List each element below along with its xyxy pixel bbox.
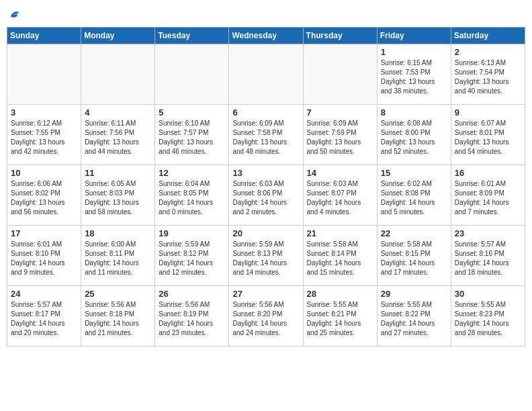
calendar-week-row: 10Sunrise: 6:06 AM Sunset: 8:02 PM Dayli…: [7, 165, 525, 226]
calendar-day-cell: 6Sunrise: 6:09 AM Sunset: 7:58 PM Daylig…: [229, 105, 303, 165]
calendar-day-cell: 29Sunrise: 5:55 AM Sunset: 8:22 PM Dayli…: [377, 286, 451, 347]
day-number: 3: [11, 107, 77, 118]
day-info: Sunrise: 6:12 AM Sunset: 7:55 PM Dayligh…: [11, 119, 77, 156]
day-number: 15: [381, 168, 447, 178]
calendar-day-cell: 14Sunrise: 6:03 AM Sunset: 8:07 PM Dayli…: [303, 165, 377, 226]
calendar-day-cell: 8Sunrise: 6:08 AM Sunset: 8:00 PM Daylig…: [377, 105, 451, 165]
day-number: 24: [11, 289, 77, 299]
day-info: Sunrise: 6:01 AM Sunset: 8:10 PM Dayligh…: [11, 240, 77, 277]
day-info: Sunrise: 5:57 AM Sunset: 8:16 PM Dayligh…: [455, 240, 521, 277]
day-info: Sunrise: 5:55 AM Sunset: 8:23 PM Dayligh…: [455, 300, 521, 338]
weekday-header-tuesday: Tuesday: [155, 28, 229, 44]
day-info: Sunrise: 6:03 AM Sunset: 8:07 PM Dayligh…: [307, 179, 373, 217]
day-number: 21: [307, 228, 373, 238]
calendar-day-cell: 30Sunrise: 5:55 AM Sunset: 8:23 PM Dayli…: [451, 286, 525, 347]
day-number: 25: [85, 289, 151, 299]
calendar-day-cell: 11Sunrise: 6:05 AM Sunset: 8:03 PM Dayli…: [81, 165, 155, 226]
day-info: Sunrise: 5:56 AM Sunset: 8:18 PM Dayligh…: [85, 300, 151, 338]
day-info: Sunrise: 6:03 AM Sunset: 8:06 PM Dayligh…: [232, 179, 299, 217]
calendar-day-cell: 18Sunrise: 6:00 AM Sunset: 8:11 PM Dayli…: [81, 226, 155, 286]
day-number: 8: [381, 107, 447, 118]
calendar-week-row: 24Sunrise: 5:57 AM Sunset: 8:17 PM Dayli…: [7, 286, 525, 347]
calendar-day-cell: 7Sunrise: 6:09 AM Sunset: 7:59 PM Daylig…: [303, 105, 377, 165]
calendar-table: SundayMondayTuesdayWednesdayThursdayFrid…: [7, 27, 525, 347]
page-header: [7, 7, 525, 21]
day-info: Sunrise: 6:11 AM Sunset: 7:56 PM Dayligh…: [85, 119, 151, 156]
calendar-day-cell: [303, 44, 377, 105]
calendar-day-cell: 24Sunrise: 5:57 AM Sunset: 8:17 PM Dayli…: [7, 286, 81, 347]
day-info: Sunrise: 5:59 AM Sunset: 8:12 PM Dayligh…: [159, 240, 225, 277]
day-number: 27: [232, 289, 299, 299]
day-number: 23: [455, 228, 521, 238]
calendar-day-cell: 5Sunrise: 6:10 AM Sunset: 7:57 PM Daylig…: [155, 105, 229, 165]
calendar-day-cell: [7, 44, 81, 105]
day-number: 17: [11, 228, 77, 238]
weekday-header-thursday: Thursday: [303, 28, 377, 44]
calendar-day-cell: 17Sunrise: 6:01 AM Sunset: 8:10 PM Dayli…: [7, 226, 81, 286]
calendar-day-cell: 27Sunrise: 5:56 AM Sunset: 8:20 PM Dayli…: [229, 286, 303, 347]
calendar-day-cell: [155, 44, 229, 105]
day-number: 20: [232, 228, 299, 238]
calendar-day-cell: 10Sunrise: 6:06 AM Sunset: 8:02 PM Dayli…: [7, 165, 81, 226]
calendar-day-cell: 16Sunrise: 6:01 AM Sunset: 8:09 PM Dayli…: [451, 165, 525, 226]
day-number: 26: [159, 289, 225, 299]
calendar-header-row: SundayMondayTuesdayWednesdayThursdayFrid…: [7, 28, 525, 44]
day-info: Sunrise: 5:56 AM Sunset: 8:19 PM Dayligh…: [159, 300, 225, 338]
day-info: Sunrise: 5:56 AM Sunset: 8:20 PM Dayligh…: [232, 300, 299, 338]
calendar-day-cell: 2Sunrise: 6:13 AM Sunset: 7:54 PM Daylig…: [451, 44, 525, 105]
day-number: 7: [307, 107, 373, 118]
calendar-day-cell: 19Sunrise: 5:59 AM Sunset: 8:12 PM Dayli…: [155, 226, 229, 286]
day-info: Sunrise: 6:06 AM Sunset: 8:02 PM Dayligh…: [11, 179, 77, 217]
day-number: 11: [85, 168, 151, 178]
day-number: 28: [307, 289, 373, 299]
calendar-day-cell: 22Sunrise: 5:58 AM Sunset: 8:15 PM Dayli…: [377, 226, 451, 286]
logo: [7, 7, 23, 21]
calendar-day-cell: 26Sunrise: 5:56 AM Sunset: 8:19 PM Dayli…: [155, 286, 229, 347]
day-number: 4: [85, 107, 151, 118]
day-number: 29: [381, 289, 447, 299]
weekday-header-friday: Friday: [377, 28, 451, 44]
calendar-day-cell: 21Sunrise: 5:58 AM Sunset: 8:14 PM Dayli…: [303, 226, 377, 286]
day-info: Sunrise: 5:58 AM Sunset: 8:14 PM Dayligh…: [307, 240, 373, 277]
day-info: Sunrise: 6:04 AM Sunset: 8:05 PM Dayligh…: [159, 179, 225, 217]
weekday-header-monday: Monday: [81, 28, 155, 44]
calendar-day-cell: [81, 44, 155, 105]
calendar-day-cell: [229, 44, 303, 105]
day-info: Sunrise: 5:55 AM Sunset: 8:21 PM Dayligh…: [307, 300, 373, 338]
day-info: Sunrise: 5:57 AM Sunset: 8:17 PM Dayligh…: [11, 300, 77, 338]
calendar-week-row: 17Sunrise: 6:01 AM Sunset: 8:10 PM Dayli…: [7, 226, 525, 286]
calendar-day-cell: 12Sunrise: 6:04 AM Sunset: 8:05 PM Dayli…: [155, 165, 229, 226]
calendar-day-cell: 1Sunrise: 6:15 AM Sunset: 7:53 PM Daylig…: [377, 44, 451, 105]
calendar-day-cell: 15Sunrise: 6:02 AM Sunset: 8:08 PM Dayli…: [377, 165, 451, 226]
day-number: 30: [455, 289, 521, 299]
day-number: 5: [159, 107, 225, 118]
calendar-day-cell: 13Sunrise: 6:03 AM Sunset: 8:06 PM Dayli…: [229, 165, 303, 226]
day-number: 22: [381, 228, 447, 238]
calendar-week-row: 3Sunrise: 6:12 AM Sunset: 7:55 PM Daylig…: [7, 105, 525, 165]
weekday-header-wednesday: Wednesday: [229, 28, 303, 44]
calendar-week-row: 1Sunrise: 6:15 AM Sunset: 7:53 PM Daylig…: [7, 44, 525, 105]
day-info: Sunrise: 5:58 AM Sunset: 8:15 PM Dayligh…: [381, 240, 447, 277]
day-number: 18: [85, 228, 151, 238]
day-number: 19: [159, 228, 225, 238]
day-info: Sunrise: 6:07 AM Sunset: 8:01 PM Dayligh…: [455, 119, 521, 156]
day-number: 16: [455, 168, 521, 178]
day-number: 13: [232, 168, 299, 178]
day-info: Sunrise: 6:02 AM Sunset: 8:08 PM Dayligh…: [381, 179, 447, 217]
day-info: Sunrise: 6:01 AM Sunset: 8:09 PM Dayligh…: [455, 179, 521, 217]
day-info: Sunrise: 6:15 AM Sunset: 7:53 PM Dayligh…: [381, 58, 447, 96]
calendar-day-cell: 28Sunrise: 5:55 AM Sunset: 8:21 PM Dayli…: [303, 286, 377, 347]
day-info: Sunrise: 6:10 AM Sunset: 7:57 PM Dayligh…: [159, 119, 225, 156]
logo-bird-icon: [8, 7, 23, 21]
day-info: Sunrise: 6:09 AM Sunset: 7:59 PM Dayligh…: [307, 119, 373, 156]
calendar-day-cell: 20Sunrise: 5:59 AM Sunset: 8:13 PM Dayli…: [229, 226, 303, 286]
day-info: Sunrise: 6:13 AM Sunset: 7:54 PM Dayligh…: [455, 58, 521, 96]
day-info: Sunrise: 5:55 AM Sunset: 8:22 PM Dayligh…: [381, 300, 447, 338]
day-number: 14: [307, 168, 373, 178]
weekday-header-saturday: Saturday: [451, 28, 525, 44]
day-number: 1: [381, 47, 447, 57]
day-info: Sunrise: 6:09 AM Sunset: 7:58 PM Dayligh…: [232, 119, 299, 156]
calendar-day-cell: 9Sunrise: 6:07 AM Sunset: 8:01 PM Daylig…: [451, 105, 525, 165]
day-number: 12: [159, 168, 225, 178]
day-number: 9: [455, 107, 521, 118]
